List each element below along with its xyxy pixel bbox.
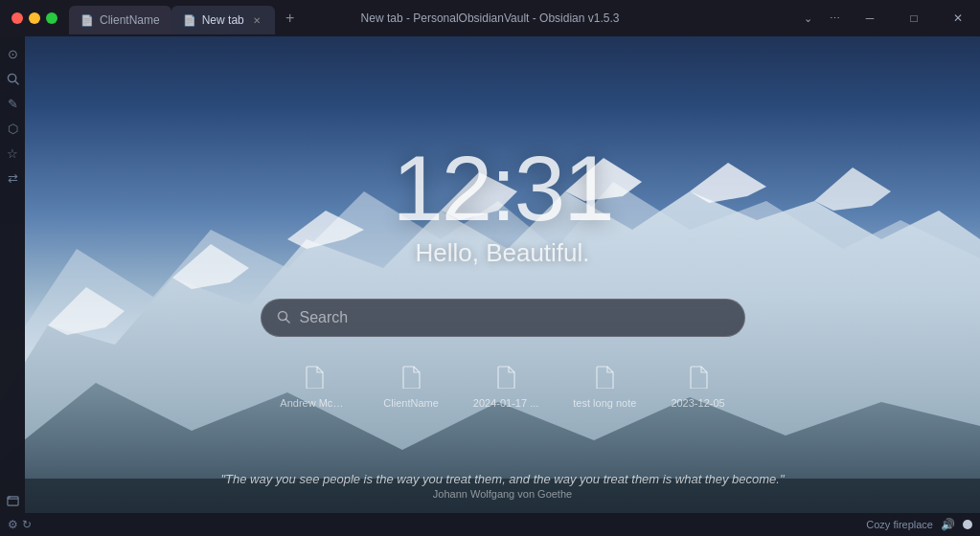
- clock-display: 12:31: [392, 143, 612, 234]
- file-icon-4: [595, 366, 614, 393]
- tab-clientname-label: ClientName: [100, 13, 160, 27]
- volume-icon[interactable]: 🔊: [941, 518, 955, 531]
- recent-file-3[interactable]: 2024-01-17 ...: [466, 360, 547, 414]
- svg-line-19: [285, 319, 289, 323]
- tab-newtab-label: New tab: [202, 13, 244, 27]
- titlebar: 📄 ClientName 📄 New tab ✕ + New tab - Per…: [0, 0, 980, 36]
- file-icon-1: [305, 366, 324, 393]
- recent-file-5[interactable]: 2023-12-05: [663, 360, 732, 414]
- recent-file-name-4: test long note: [573, 397, 636, 409]
- close-window-button[interactable]: [11, 12, 23, 24]
- greeting-text: Hello, Beautiful.: [415, 238, 589, 268]
- recent-files: Andrew McG... ClientName 2024-01-17 ...: [272, 360, 732, 414]
- status-dot: [963, 520, 972, 529]
- file-icon-3: [496, 366, 515, 393]
- quote-area: "The way you see people is the way you t…: [25, 472, 980, 500]
- search-icon: [277, 310, 290, 326]
- quote-text: "The way you see people is the way you t…: [220, 472, 784, 486]
- statusbar-icon-1[interactable]: ⚙: [8, 518, 18, 531]
- recent-file-name-1: Andrew McG...: [280, 397, 349, 409]
- tab-close-button[interactable]: ✕: [250, 13, 263, 27]
- recent-file-4[interactable]: test long note: [565, 360, 644, 414]
- quote-author: Johann Wolfgang von Goethe: [433, 488, 572, 500]
- new-tab-button[interactable]: +: [279, 7, 302, 30]
- window-controls: ⌄ ⋯ ─ □ ✕: [794, 4, 980, 33]
- tab-options-button[interactable]: ⋯: [821, 9, 848, 28]
- tab-newtab[interactable]: 📄 New tab ✕: [171, 6, 275, 34]
- recent-file-name-2: ClientName: [383, 397, 438, 409]
- tab-new-icon: 📄: [183, 14, 196, 27]
- statusbar-icon-2[interactable]: ↻: [22, 518, 32, 531]
- sidebar-new-note-icon[interactable]: ✎: [2, 93, 23, 114]
- statusbar-right: Cozy fireplace 🔊: [866, 518, 972, 531]
- restore-button[interactable]: □: [892, 4, 936, 33]
- sidebar-open-vault-icon[interactable]: ⊙: [2, 43, 23, 64]
- tabs-area: 📄 ClientName 📄 New tab ✕ +: [69, 0, 794, 36]
- search-bar[interactable]: [261, 299, 745, 337]
- recent-file-name-3: 2024-01-17 ...: [473, 397, 539, 409]
- sidebar-search-icon[interactable]: [2, 68, 23, 89]
- tab-file-icon: 📄: [80, 14, 94, 27]
- statusbar: ⚙ ↻ Cozy fireplace 🔊: [0, 513, 980, 536]
- main-content: 12:31 Hello, Beautiful. Andrew McG...: [25, 36, 980, 536]
- sidebar-switch-icon[interactable]: ⇄: [2, 168, 23, 189]
- sidebar: ⊙ ✎ ⬡ ☆ ⇄ ⚙: [0, 36, 25, 536]
- svg-line-16: [14, 80, 17, 83]
- minimize-button[interactable]: ─: [848, 4, 892, 33]
- tab-list-button[interactable]: ⌄: [794, 9, 821, 28]
- search-input[interactable]: [300, 309, 729, 326]
- sidebar-graph-icon[interactable]: ⬡: [2, 118, 23, 139]
- cozy-fireplace-label: Cozy fireplace: [866, 519, 933, 530]
- tab-clientname[interactable]: 📄 ClientName: [69, 6, 171, 34]
- sidebar-starred-icon[interactable]: ☆: [2, 143, 23, 164]
- close-button[interactable]: ✕: [936, 4, 980, 33]
- minimize-window-button[interactable]: [29, 12, 40, 24]
- recent-file-1[interactable]: Andrew McG...: [272, 360, 356, 414]
- traffic-lights: [0, 12, 69, 24]
- file-icon-5: [689, 366, 708, 393]
- sidebar-file-explorer-icon[interactable]: [2, 489, 23, 510]
- recent-file-2[interactable]: ClientName: [376, 360, 445, 414]
- maximize-window-button[interactable]: [46, 12, 57, 24]
- file-icon-2: [401, 366, 421, 393]
- statusbar-left: ⚙ ↻: [8, 518, 32, 531]
- recent-file-name-5: 2023-12-05: [671, 397, 724, 409]
